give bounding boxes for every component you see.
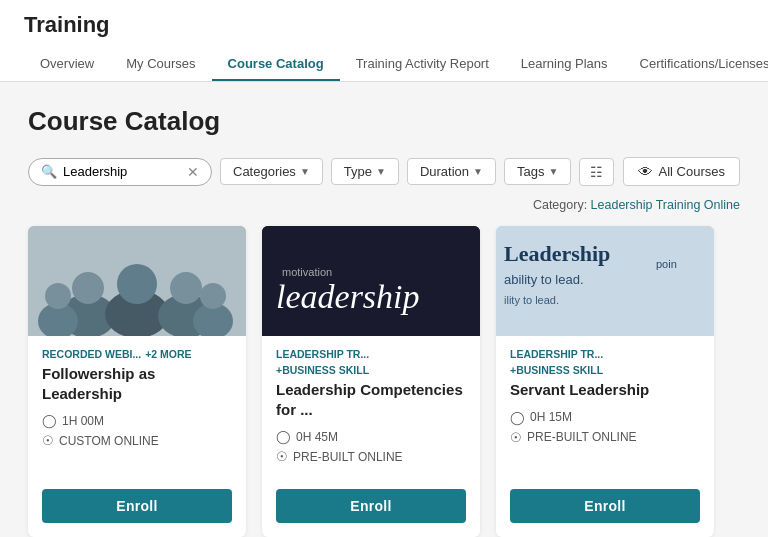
enroll-button[interactable]: Enroll bbox=[42, 489, 232, 523]
category-info: Category: Leadership Training Online bbox=[28, 198, 740, 212]
svg-point-6 bbox=[170, 272, 202, 304]
categories-label: Categories bbox=[233, 164, 296, 179]
card-tag[interactable]: LEADERSHIP TR... bbox=[510, 348, 603, 360]
svg-text:ability to lead.: ability to lead. bbox=[504, 272, 584, 287]
card-tag[interactable]: +BUSINESS SKILL bbox=[276, 364, 369, 376]
clock-icon: ◯ bbox=[276, 429, 291, 444]
nav-tab-my-courses[interactable]: My Courses bbox=[110, 48, 211, 81]
enroll-button[interactable]: Enroll bbox=[510, 489, 700, 523]
search-input[interactable] bbox=[63, 164, 183, 179]
filter-icon-button[interactable]: ☷ bbox=[579, 158, 614, 186]
duration-filter[interactable]: Duration ▼ bbox=[407, 158, 496, 185]
tags-label: Tags bbox=[517, 164, 544, 179]
clock-icon: ◯ bbox=[42, 413, 57, 428]
card-tag[interactable]: +BUSINESS SKILL bbox=[510, 364, 603, 376]
app-title: Training bbox=[24, 12, 744, 38]
svg-text:poin: poin bbox=[656, 258, 677, 270]
card-tags: LEADERSHIP TR...+BUSINESS SKILL bbox=[510, 348, 700, 376]
course-card-3: Leadership ability to lead. ility to lea… bbox=[496, 226, 714, 537]
card-footer: Enroll bbox=[262, 479, 480, 537]
svg-point-2 bbox=[72, 272, 104, 304]
svg-point-4 bbox=[117, 264, 157, 304]
card-tag[interactable]: +2 MORE bbox=[145, 348, 191, 360]
card-delivery: ☉PRE-BUILT ONLINE bbox=[276, 449, 466, 464]
card-duration: ◯0H 45M bbox=[276, 429, 466, 444]
cards-row: RECORDED WEBI...+2 MOREFollowership as L… bbox=[28, 226, 740, 537]
eye-icon: 👁 bbox=[638, 163, 653, 180]
card-image bbox=[28, 226, 246, 336]
card-body: LEADERSHIP TR...+BUSINESS SKILLServant L… bbox=[496, 336, 714, 479]
categories-filter[interactable]: Categories ▼ bbox=[220, 158, 323, 185]
svg-point-8 bbox=[45, 283, 71, 309]
delivery-value: CUSTOM ONLINE bbox=[59, 434, 159, 448]
duration-value: 0H 45M bbox=[296, 430, 338, 444]
search-icon: 🔍 bbox=[41, 164, 57, 179]
card-image: motivation leadership bbox=[262, 226, 480, 336]
card-title: Leadership Competencies for ... bbox=[276, 380, 466, 419]
delivery-value: PRE-BUILT ONLINE bbox=[527, 430, 637, 444]
card-tag[interactable]: RECORDED WEBI... bbox=[42, 348, 141, 360]
course-card-2: motivation leadership LEADERSHIP TR...+B… bbox=[262, 226, 480, 537]
category-link[interactable]: Leadership Training Online bbox=[591, 198, 740, 212]
search-box: 🔍 ✕ bbox=[28, 158, 212, 186]
chevron-down-icon: ▼ bbox=[300, 166, 310, 177]
duration-label: Duration bbox=[420, 164, 469, 179]
card-tags: LEADERSHIP TR...+BUSINESS SKILL bbox=[276, 348, 466, 376]
card-tags: RECORDED WEBI...+2 MORE bbox=[42, 348, 232, 360]
all-courses-button[interactable]: 👁 All Courses bbox=[623, 157, 740, 186]
card-image: Leadership ability to lead. ility to lea… bbox=[496, 226, 714, 336]
svg-text:ility to lead.: ility to lead. bbox=[504, 294, 559, 306]
globe-icon: ☉ bbox=[510, 430, 522, 445]
funnel-icon: ☷ bbox=[590, 164, 603, 180]
nav-tab-certifications[interactable]: Certifications/Licenses bbox=[624, 48, 768, 81]
all-courses-label: All Courses bbox=[659, 164, 725, 179]
chevron-down-icon: ▼ bbox=[548, 166, 558, 177]
chevron-down-icon: ▼ bbox=[473, 166, 483, 177]
card-duration: ◯1H 00M bbox=[42, 413, 232, 428]
duration-value: 0H 15M bbox=[530, 410, 572, 424]
chevron-down-icon: ▼ bbox=[376, 166, 386, 177]
tags-filter[interactable]: Tags ▼ bbox=[504, 158, 571, 185]
top-bar: Training OverviewMy CoursesCourse Catalo… bbox=[0, 0, 768, 82]
card-body: RECORDED WEBI...+2 MOREFollowership as L… bbox=[28, 336, 246, 479]
card-title: Followership as Leadership bbox=[42, 364, 232, 403]
card-tag[interactable]: LEADERSHIP TR... bbox=[276, 348, 369, 360]
delivery-value: PRE-BUILT ONLINE bbox=[293, 450, 403, 464]
svg-text:leadership: leadership bbox=[276, 278, 420, 315]
clock-icon: ◯ bbox=[510, 410, 525, 425]
filters-row: 🔍 ✕ Categories ▼ Type ▼ Duration ▼ Tags … bbox=[28, 157, 740, 186]
nav-tab-course-catalog[interactable]: Course Catalog bbox=[212, 48, 340, 81]
card-delivery: ☉CUSTOM ONLINE bbox=[42, 433, 232, 448]
page-title: Course Catalog bbox=[28, 106, 740, 137]
card-duration: ◯0H 15M bbox=[510, 410, 700, 425]
search-clear-icon[interactable]: ✕ bbox=[187, 164, 199, 180]
globe-icon: ☉ bbox=[276, 449, 288, 464]
main-content: Course Catalog 🔍 ✕ Categories ▼ Type ▼ D… bbox=[0, 82, 768, 537]
card-body: LEADERSHIP TR...+BUSINESS SKILLLeadershi… bbox=[262, 336, 480, 479]
course-card-1: RECORDED WEBI...+2 MOREFollowership as L… bbox=[28, 226, 246, 537]
nav-tab-overview[interactable]: Overview bbox=[24, 48, 110, 81]
svg-text:motivation: motivation bbox=[282, 266, 332, 278]
nav-tab-training-activity[interactable]: Training Activity Report bbox=[340, 48, 505, 81]
card-footer: Enroll bbox=[28, 479, 246, 537]
card-title: Servant Leadership bbox=[510, 380, 700, 400]
type-filter[interactable]: Type ▼ bbox=[331, 158, 399, 185]
type-label: Type bbox=[344, 164, 372, 179]
enroll-button[interactable]: Enroll bbox=[276, 489, 466, 523]
card-delivery: ☉PRE-BUILT ONLINE bbox=[510, 430, 700, 445]
duration-value: 1H 00M bbox=[62, 414, 104, 428]
card-footer: Enroll bbox=[496, 479, 714, 537]
globe-icon: ☉ bbox=[42, 433, 54, 448]
nav-tabs: OverviewMy CoursesCourse CatalogTraining… bbox=[24, 48, 744, 81]
nav-tab-learning-plans[interactable]: Learning Plans bbox=[505, 48, 624, 81]
svg-point-10 bbox=[200, 283, 226, 309]
svg-text:Leadership: Leadership bbox=[504, 241, 610, 266]
